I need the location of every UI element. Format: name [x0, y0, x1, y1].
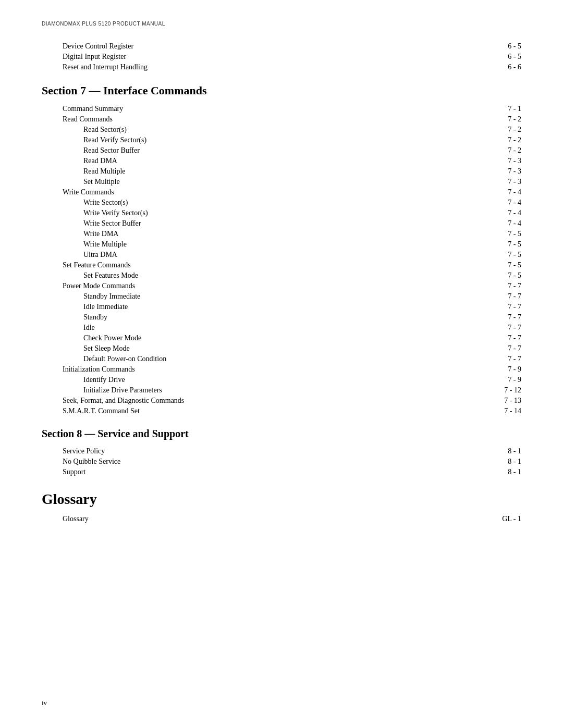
entry-title: Read Verify Sector(s): [83, 136, 480, 144]
toc-row: Digital Input Register 6 - 5: [42, 53, 521, 61]
entry-title: Support: [63, 468, 480, 476]
entry-title: Identify Drive: [83, 376, 480, 384]
toc-row: Identify Drive 7 - 9: [42, 376, 521, 384]
toc-row: Set Multiple 7 - 3: [42, 178, 521, 186]
entry-page: 7 - 5: [480, 272, 521, 280]
toc-row: Set Features Mode 7 - 5: [42, 272, 521, 280]
toc-row: Check Power Mode 7 - 7: [42, 334, 521, 342]
entry-page: 7 - 7: [480, 334, 521, 342]
entry-page: 6 - 5: [480, 53, 521, 61]
entry-title: Default Power-on Condition: [83, 355, 480, 363]
entry-page: 7 - 9: [480, 365, 521, 374]
entry-title: Read Multiple: [83, 167, 480, 176]
toc-row: Service Policy 8 - 1: [42, 447, 521, 455]
entry-page: 7 - 2: [480, 146, 521, 155]
toc-row: Initialization Commands 7 - 9: [42, 365, 521, 374]
entry-title: Standby: [83, 313, 480, 322]
entry-page: 7 - 2: [480, 126, 521, 134]
entry-page: 6 - 5: [480, 42, 521, 51]
toc-row: Write Verify Sector(s) 7 - 4: [42, 209, 521, 217]
toc-row: Ultra DMA 7 - 5: [42, 251, 521, 259]
toc-row: Read Verify Sector(s) 7 - 2: [42, 136, 521, 144]
entry-title: Read DMA: [83, 157, 480, 165]
toc-row: Write Multiple 7 - 5: [42, 240, 521, 249]
entry-page: 7 - 7: [480, 344, 521, 353]
header: DIAMONDMAX PLUS 5120 PRODUCT MANUAL: [42, 21, 521, 27]
entry-title: S.M.A.R.T. Command Set: [63, 407, 480, 415]
entry-title: Idle Immediate: [83, 303, 480, 311]
entry-page: 7 - 13: [480, 397, 521, 405]
entry-title: Power Mode Commands: [63, 282, 480, 290]
toc-row: Idle Immediate 7 - 7: [42, 303, 521, 311]
entry-title: Device Control Register: [63, 42, 480, 51]
entry-page: 7 - 4: [480, 209, 521, 217]
entry-title: No Quibble Service: [63, 458, 480, 466]
entry-title: Read Commands: [63, 115, 480, 124]
entry-page: 7 - 9: [480, 376, 521, 384]
entry-title: Initialize Drive Parameters: [83, 386, 480, 394]
glossary-heading: Glossary: [42, 491, 521, 508]
entry-page: 8 - 1: [480, 458, 521, 466]
entry-title: Digital Input Register: [63, 53, 480, 61]
entry-title: Write Sector Buffer: [83, 219, 480, 228]
entry-title: Set Features Mode: [83, 272, 480, 280]
entry-title: Ultra DMA: [83, 251, 480, 259]
entry-title: Command Summary: [63, 105, 480, 113]
entry-page: 7 - 1: [480, 105, 521, 113]
toc-row: Idle 7 - 7: [42, 324, 521, 332]
entry-title: Write Commands: [63, 188, 480, 196]
toc-row: Read Commands 7 - 2: [42, 115, 521, 124]
entry-page: 7 - 4: [480, 188, 521, 196]
toc-row: Standby Immediate 7 - 7: [42, 292, 521, 301]
entry-title: Seek, Format, and Diagnostic Commands: [63, 397, 480, 405]
toc-row: Device Control Register 6 - 5: [42, 42, 521, 51]
entry-page: 7 - 7: [480, 313, 521, 322]
toc-row: Reset and Interrupt Handling 6 - 6: [42, 63, 521, 71]
entry-page: 7 - 4: [480, 199, 521, 207]
footer-label: iv: [42, 699, 47, 707]
entry-page: 7 - 2: [480, 115, 521, 124]
entry-page: 7 - 14: [480, 407, 521, 415]
entry-title: Write DMA: [83, 230, 480, 238]
entry-title: Service Policy: [63, 447, 480, 455]
toc-row: Read Multiple 7 - 3: [42, 167, 521, 176]
toc-row: Command Summary 7 - 1: [42, 105, 521, 113]
toc-row: Set Sleep Mode 7 - 7: [42, 344, 521, 353]
toc-row: Write Sector Buffer 7 - 4: [42, 219, 521, 228]
entry-title: Write Verify Sector(s): [83, 209, 480, 217]
glossary-entries: Glossary GL - 1: [42, 515, 521, 523]
entry-title: Read Sector(s): [83, 126, 480, 134]
toc-row: Read Sector(s) 7 - 2: [42, 126, 521, 134]
toc-row: Seek, Format, and Diagnostic Commands 7 …: [42, 397, 521, 405]
toc-row: Write Sector(s) 7 - 4: [42, 199, 521, 207]
toc-row: Default Power-on Condition 7 - 7: [42, 355, 521, 363]
entry-title: Write Sector(s): [83, 199, 480, 207]
entry-page: 7 - 7: [480, 303, 521, 311]
entry-title: Set Feature Commands: [63, 261, 480, 269]
toc-row: Read DMA 7 - 3: [42, 157, 521, 165]
entry-page: 8 - 1: [480, 447, 521, 455]
toc-row: No Quibble Service 8 - 1: [42, 458, 521, 466]
entry-title: Set Multiple: [83, 178, 480, 186]
header-label: DIAMONDMAX PLUS 5120 PRODUCT MANUAL: [42, 21, 521, 27]
entry-page: 7 - 5: [480, 261, 521, 269]
toc-row: Write DMA 7 - 5: [42, 230, 521, 238]
entry-title: Standby Immediate: [83, 292, 480, 301]
entry-page: 7 - 12: [480, 386, 521, 394]
toc-row: Initialize Drive Parameters 7 - 12: [42, 386, 521, 394]
toc-row: Standby 7 - 7: [42, 313, 521, 322]
toc-row: Support 8 - 1: [42, 468, 521, 476]
toc-row: Read Sector Buffer 7 - 2: [42, 146, 521, 155]
entry-page: GL - 1: [480, 515, 521, 523]
entry-page: 8 - 1: [480, 468, 521, 476]
entry-page: 7 - 7: [480, 282, 521, 290]
section7-heading: Section 7 — Interface Commands: [42, 84, 521, 97]
entry-title: Set Sleep Mode: [83, 344, 480, 353]
section7-entries: Command Summary 7 - 1 Read Commands 7 - …: [42, 105, 521, 415]
entry-title: Glossary: [63, 515, 480, 523]
section8-entries: Service Policy 8 - 1 No Quibble Service …: [42, 447, 521, 476]
entry-page: 7 - 5: [480, 251, 521, 259]
entry-page: 7 - 3: [480, 157, 521, 165]
entry-title: Write Multiple: [83, 240, 480, 249]
toc-row: Write Commands 7 - 4: [42, 188, 521, 196]
